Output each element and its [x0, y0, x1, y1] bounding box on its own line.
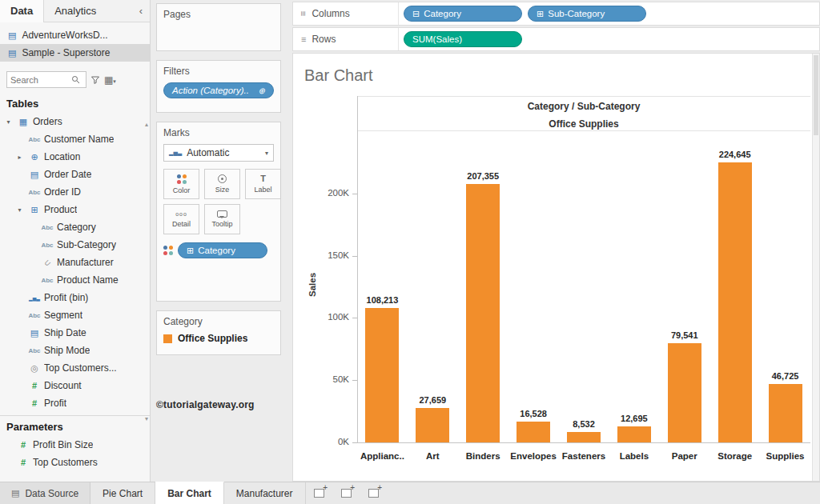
x-axis-label[interactable]: Binders — [458, 451, 508, 461]
pill-sum-sales[interactable]: SUM(Sales) — [404, 31, 522, 47]
field-customer-name[interactable]: AbcCustomer Name — [0, 130, 150, 148]
filter-fields-icon[interactable] — [90, 75, 100, 85]
new-story-button[interactable]: + — [360, 482, 388, 504]
bar-envelopes[interactable] — [517, 422, 550, 442]
parameter-top-customers[interactable]: #Top Customers — [0, 454, 150, 471]
new-worksheet-button[interactable]: + — [306, 482, 333, 504]
chevron-down-icon[interactable]: ▾ — [14, 206, 25, 214]
bar-binders[interactable] — [466, 184, 500, 442]
x-axis-label[interactable]: Applianc.. — [357, 451, 408, 461]
x-axis-line — [357, 442, 810, 443]
data-source-tab[interactable]: ▤ Data Source — [0, 482, 90, 504]
bar-applianc[interactable] — [365, 308, 399, 442]
chevron-right-icon[interactable]: ▸ — [14, 154, 25, 161]
parameter-profit-bin-size[interactable]: #Profit Bin Size — [0, 436, 150, 454]
field-top-customers[interactable]: ◎Top Customers... — [0, 359, 150, 377]
field-segment[interactable]: AbcSegment — [0, 306, 150, 324]
scroll-up-icon[interactable]: ▴ — [145, 122, 148, 128]
filters-title: Filters — [163, 66, 274, 77]
x-axis-label[interactable]: Paper — [659, 451, 709, 461]
field-profit[interactable]: #Profit — [0, 394, 150, 412]
filter-pill-action-category[interactable]: Action (Category).. ⊕ — [163, 82, 274, 98]
field-location[interactable]: ▸⊕Location — [0, 148, 150, 166]
columns-shelf[interactable]: ≡ Columns ⊟Category⊞Sub-Category — [292, 2, 820, 26]
parameter-label: Profit Bin Size — [33, 439, 93, 450]
bar-art[interactable] — [416, 408, 449, 442]
column-field-header[interactable]: Category / Sub-Category — [357, 101, 810, 112]
mark-button-tooltip[interactable]: Tooltip — [204, 204, 240, 234]
mark-type-dropdown[interactable]: ▂▅▃ Automatic ▾ — [163, 144, 274, 162]
rows-shelf[interactable]: ≡ Rows SUM(Sales) — [292, 27, 820, 51]
datasource-list: ▤ AdventureWorksD... ▤ Sample - Supersto… — [0, 22, 150, 62]
field-profit-bin[interactable]: ▂▅▃Profit (bin) — [0, 289, 150, 306]
bar-supplies[interactable] — [769, 384, 802, 442]
scroll-down-icon[interactable]: ▾ — [145, 416, 148, 422]
abc-icon: Abc — [38, 277, 57, 284]
filters-card[interactable]: Filters Action (Category).. ⊕ — [156, 60, 281, 113]
field-category[interactable]: AbcCategory — [0, 218, 150, 236]
x-axis-label[interactable]: Fasteners — [559, 451, 609, 461]
vertical-scrollbar[interactable] — [812, 54, 819, 481]
field-order-id[interactable]: AbcOrder ID — [0, 183, 150, 201]
field-discount[interactable]: #Discount — [0, 377, 150, 394]
mark-button-color[interactable]: Color — [163, 169, 199, 199]
search-box[interactable] — [6, 71, 86, 88]
detail-icon: ooo — [175, 211, 187, 218]
mark-button-detail[interactable]: oooDetail — [163, 204, 199, 234]
field-order-date[interactable]: ▤Order Date — [0, 166, 150, 183]
field-label: Orders — [33, 116, 62, 127]
field-manufacturer[interactable]: ⊂Manufacturer — [0, 254, 150, 271]
tab-data[interactable]: Data — [0, 0, 44, 22]
legend-item[interactable]: Office Supplies — [163, 333, 274, 344]
x-axis-label[interactable]: Envelopes — [508, 451, 559, 461]
datasource-superstore[interactable]: ▤ Sample - Superstore — [0, 44, 150, 62]
plus-box-icon: ⊞ — [187, 246, 194, 255]
search-input[interactable] — [10, 75, 71, 85]
pages-card[interactable]: Pages — [156, 3, 281, 51]
field-product[interactable]: ▾⊞Product — [0, 201, 150, 218]
chart-plot-area: 0K50K100K150K200K108,21327,659207,35516,… — [357, 131, 810, 442]
mark-button-size[interactable]: Size — [204, 169, 240, 199]
action-filter-icon: ⊕ — [259, 86, 265, 95]
new-dashboard-button[interactable]: + — [333, 482, 360, 504]
field-ship-mode[interactable]: AbcShip Mode — [0, 342, 150, 359]
marks-pill-row: ⊞ Category — [163, 242, 274, 258]
sheet-tab-label: Bar Chart — [167, 488, 211, 499]
datasource-icon: ▤ — [8, 48, 16, 58]
search-row: ▦▾ — [0, 62, 150, 93]
pill-sub-category[interactable]: ⊞Sub-Category — [528, 6, 646, 22]
abc-icon: Abc — [25, 347, 44, 354]
field-sub-category[interactable]: AbcSub-Category — [0, 236, 150, 254]
sheet-tab-bar-chart[interactable]: Bar Chart — [155, 482, 224, 504]
tab-analytics[interactable]: Analytics — [44, 0, 107, 22]
marks-pill-category[interactable]: ⊞ Category — [178, 242, 267, 258]
mark-button-label[interactable]: TLabel — [245, 169, 281, 199]
collapse-pane-icon[interactable]: ‹ — [132, 5, 150, 17]
bar-labels[interactable] — [617, 426, 651, 442]
view-options-icon[interactable]: ▦▾ — [104, 74, 116, 86]
marks-card[interactable]: Marks ▂▅▃ Automatic ▾ ColorSizeTLabelooo… — [156, 122, 281, 302]
x-axis-label[interactable]: Labels — [609, 451, 659, 461]
datasource-adventureworks[interactable]: ▤ AdventureWorksD... — [0, 26, 150, 44]
bar-paper[interactable] — [668, 343, 701, 442]
worksheet: Bar Chart Category / Sub-Category Office… — [292, 53, 820, 482]
pane-header[interactable]: Office Supplies — [357, 118, 810, 130]
field-label: Product Name — [57, 274, 119, 286]
field-orders[interactable]: ▾▦Orders — [0, 113, 150, 130]
sheet-tab-pie-chart[interactable]: Pie Chart — [90, 482, 155, 504]
product-icon: ⊞ — [25, 205, 44, 215]
x-axis-label[interactable]: Art — [408, 451, 458, 461]
legend-card[interactable]: Category Office Supplies — [156, 310, 281, 355]
pill-category[interactable]: ⊟Category — [404, 6, 522, 22]
pill-label: Action (Category).. — [172, 86, 249, 95]
x-axis-label[interactable]: Storage — [709, 451, 760, 461]
scrollbar-thumb[interactable] — [814, 55, 818, 135]
sheet-tab-manufacturer[interactable]: Manufacturer — [224, 482, 306, 504]
x-axis-label[interactable]: Supplies — [760, 451, 810, 461]
field-ship-date[interactable]: ▤Ship Date — [0, 324, 150, 342]
bar-storage[interactable] — [718, 162, 752, 442]
bar-fasteners[interactable] — [567, 432, 601, 442]
field-label: Location — [44, 151, 80, 162]
field-product-name[interactable]: AbcProduct Name — [0, 271, 150, 289]
chevron-down-icon[interactable]: ▾ — [3, 118, 14, 126]
